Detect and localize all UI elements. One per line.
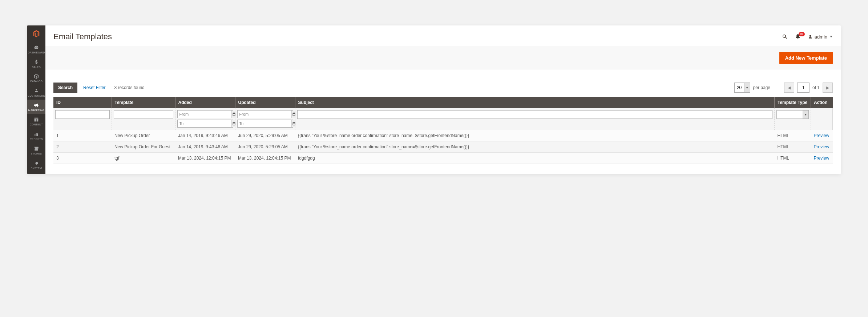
calendar-icon[interactable] xyxy=(291,111,296,118)
sidebar-item-label: SYSTEM xyxy=(31,167,42,170)
person-icon xyxy=(33,88,39,94)
table-row[interactable]: 1New Pickup OrderJan 14, 2019, 9:43:46 A… xyxy=(53,130,833,141)
search-button[interactable]: Search xyxy=(53,83,77,93)
sidebar-item-label: SALES xyxy=(32,66,41,69)
cell-type: HTML xyxy=(775,130,811,141)
filter-updated-to[interactable] xyxy=(237,120,293,128)
filter-added-from-input[interactable] xyxy=(178,111,231,118)
sidebar-item-label: CUSTOMERS xyxy=(28,95,45,97)
col-header-subject[interactable]: Subject xyxy=(295,97,775,108)
sidebar-item-label: REPORTS xyxy=(30,138,43,141)
cell-action: Preview xyxy=(811,130,833,141)
next-page-button[interactable]: ▶ xyxy=(823,83,833,93)
cell-added: Jan 14, 2019, 9:43:46 AM xyxy=(175,141,235,153)
cell-type: HTML xyxy=(775,153,811,164)
table-row[interactable]: 3tgfMar 13, 2024, 12:04:15 PMMar 13, 202… xyxy=(53,153,833,164)
data-grid: ID Template Added Updated Subject Templa… xyxy=(53,97,833,164)
page-of-label: of 1 xyxy=(812,85,820,90)
sidebar-item-customers[interactable]: CUSTOMERS xyxy=(27,85,45,100)
topbar-actions: 39 admin ▼ xyxy=(782,33,833,40)
filter-updated-to-input[interactable] xyxy=(238,120,291,127)
cell-action: Preview xyxy=(811,141,833,153)
cell-updated: Mar 13, 2024, 12:04:15 PM xyxy=(235,153,295,164)
preview-link[interactable]: Preview xyxy=(814,156,829,161)
calendar-icon[interactable] xyxy=(231,120,236,127)
col-header-updated[interactable]: Updated xyxy=(235,97,295,108)
col-header-id[interactable]: ID xyxy=(53,97,112,108)
grid-header-row: ID Template Added Updated Subject Templa… xyxy=(53,97,833,108)
add-new-template-button[interactable]: Add New Template xyxy=(779,52,833,64)
filter-updated-from[interactable] xyxy=(237,110,293,118)
cell-action: Preview xyxy=(811,153,833,164)
cell-subject: {{trans "Your %store_name order confirma… xyxy=(295,141,775,153)
sidebar-item-label: STORES xyxy=(31,152,42,155)
records-found: 3 records found xyxy=(114,85,144,90)
magento-logo[interactable] xyxy=(27,25,45,42)
cell-added: Jan 14, 2019, 9:43:46 AM xyxy=(175,130,235,141)
cell-template: New Pickup Order xyxy=(112,130,175,141)
sidebar-item-sales[interactable]: SALES xyxy=(27,56,45,71)
admin-user-menu[interactable]: admin ▼ xyxy=(808,34,833,40)
filter-type-input[interactable] xyxy=(777,111,803,119)
cell-updated: Jun 29, 2020, 5:29:05 AM xyxy=(235,141,295,153)
admin-user-name: admin xyxy=(815,34,827,40)
store-icon xyxy=(33,146,39,152)
page-title: Email Templates xyxy=(53,32,782,41)
actions-bar: Add New Template xyxy=(45,47,841,69)
cell-subject: fdgdfgdg xyxy=(295,153,775,164)
page-size-select[interactable]: ▼ xyxy=(734,83,750,93)
filter-type-select[interactable]: ▼ xyxy=(776,110,809,119)
filter-subject-input[interactable] xyxy=(297,110,773,119)
sidebar-item-dashboard[interactable]: DASHBOARD xyxy=(27,42,45,56)
dollar-icon xyxy=(33,59,39,65)
col-header-type[interactable]: Template Type xyxy=(775,97,811,108)
user-icon xyxy=(808,34,813,39)
caret-down-icon: ▼ xyxy=(829,35,833,39)
filter-added-to-input[interactable] xyxy=(178,120,231,127)
page-number-input[interactable] xyxy=(797,83,810,93)
cell-template: tgf xyxy=(112,153,175,164)
gear-icon xyxy=(33,160,39,166)
box-icon xyxy=(33,73,39,79)
sidebar-item-marketing[interactable]: MARKETING xyxy=(27,100,45,114)
sidebar-item-content[interactable]: CONTENT xyxy=(27,114,45,128)
sidebar-item-system[interactable]: SYSTEM xyxy=(27,157,45,172)
filter-id-input[interactable] xyxy=(55,110,110,119)
sidebar-item-stores[interactable]: STORES xyxy=(27,143,45,157)
filter-template-input[interactable] xyxy=(114,110,173,119)
layout-icon xyxy=(33,117,39,123)
sidebar-item-reports[interactable]: REPORTS xyxy=(27,128,45,143)
page-size-input[interactable] xyxy=(735,83,744,92)
filter-added-from[interactable] xyxy=(177,110,233,118)
main-content: Email Templates 39 admin ▼ Add New Templ… xyxy=(45,25,841,174)
col-header-added[interactable]: Added xyxy=(175,97,235,108)
notifications-icon[interactable]: 39 xyxy=(795,33,801,40)
filter-updated-from-input[interactable] xyxy=(238,111,291,118)
prev-page-button[interactable]: ◀ xyxy=(784,83,794,93)
col-header-template[interactable]: Template xyxy=(112,97,175,108)
table-row[interactable]: 2New Pickup Order For GuestJan 14, 2019,… xyxy=(53,141,833,153)
sidebar-item-label: CONTENT xyxy=(30,123,43,126)
sidebar-item-label: DASHBOARD xyxy=(28,51,45,54)
topbar: Email Templates 39 admin ▼ xyxy=(45,25,841,47)
filter-added-to[interactable] xyxy=(177,120,233,128)
preview-link[interactable]: Preview xyxy=(814,133,829,138)
sidebar-item-label: CATALOG xyxy=(30,80,43,83)
grid-filter-row: ▼ xyxy=(53,108,833,130)
cell-type: HTML xyxy=(775,141,811,153)
sidebar: DASHBOARD SALES CATALOG CUSTOMERS MARKET… xyxy=(27,25,45,174)
caret-down-icon[interactable]: ▼ xyxy=(744,83,750,92)
pager: ▼ per page ◀ of 1 ▶ xyxy=(734,83,833,93)
preview-link[interactable]: Preview xyxy=(814,144,829,149)
bar-chart-icon xyxy=(33,131,39,137)
grid-toolbar: Search Reset Filter 3 records found ▼ pe… xyxy=(53,78,833,97)
reset-filter-button[interactable]: Reset Filter xyxy=(83,85,105,90)
caret-down-icon[interactable]: ▼ xyxy=(803,111,808,119)
calendar-icon[interactable] xyxy=(291,120,296,127)
dashboard-icon xyxy=(33,45,39,51)
calendar-icon[interactable] xyxy=(231,111,236,118)
cell-id: 2 xyxy=(53,141,112,153)
search-icon[interactable] xyxy=(782,33,788,40)
col-header-action: Action xyxy=(811,97,833,108)
sidebar-item-catalog[interactable]: CATALOG xyxy=(27,71,45,85)
